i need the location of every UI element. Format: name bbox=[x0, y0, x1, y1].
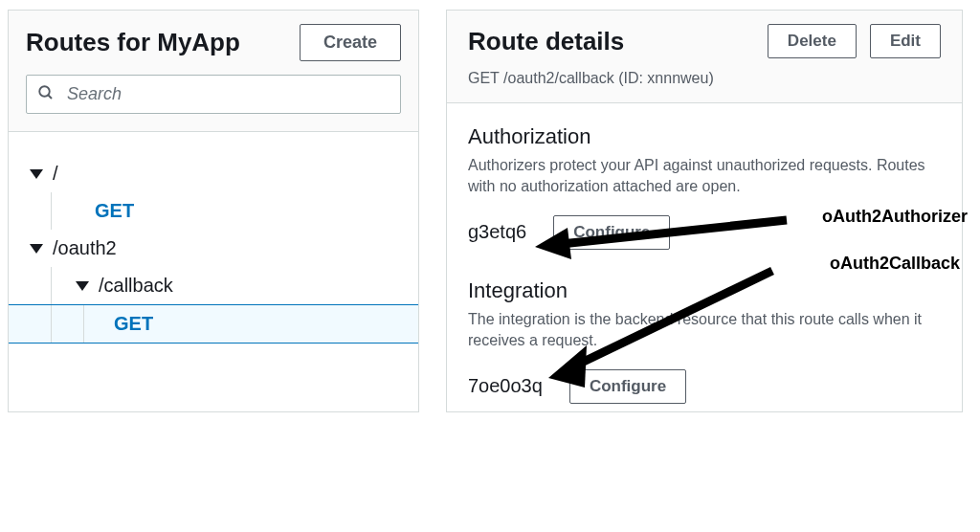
route-oauth2[interactable]: /oauth2 bbox=[9, 230, 418, 267]
integration-id: 7oe0o3q bbox=[468, 375, 543, 397]
authorization-section: Authorization Authorizers protect your A… bbox=[447, 103, 962, 257]
delete-button[interactable]: Delete bbox=[768, 24, 857, 58]
authorization-desc: Authorizers protect your API against una… bbox=[468, 155, 941, 198]
authorization-id: g3etq6 bbox=[468, 221, 526, 243]
integration-desc: The integration is the backend resource … bbox=[468, 309, 941, 352]
caret-down-icon bbox=[30, 244, 43, 254]
configure-integration-button[interactable]: Configure bbox=[569, 369, 686, 404]
annotation-callback-label: oAuth2Callback bbox=[830, 254, 960, 274]
route-callback-get[interactable]: GET bbox=[9, 304, 418, 344]
svg-line-1 bbox=[48, 95, 52, 99]
route-label: /oauth2 bbox=[53, 237, 117, 259]
routes-title: Routes for MyApp bbox=[26, 28, 240, 57]
create-button[interactable]: Create bbox=[300, 24, 401, 61]
caret-down-icon bbox=[76, 281, 89, 291]
method-label: GET bbox=[114, 313, 153, 335]
routes-header: Routes for MyApp Create bbox=[9, 11, 418, 132]
integration-section: Integration The integration is the backe… bbox=[447, 257, 962, 411]
route-callback[interactable]: /callback bbox=[9, 267, 418, 304]
annotation-authorizer-label: oAuth2Authorizer bbox=[822, 207, 968, 227]
route-root-get[interactable]: GET bbox=[9, 192, 418, 230]
route-details-header: Route details Delete Edit GET /oauth2/ca… bbox=[447, 11, 962, 103]
svg-point-0 bbox=[39, 86, 50, 97]
configure-authorization-button[interactable]: Configure bbox=[553, 215, 670, 250]
route-label: / bbox=[53, 163, 58, 185]
routes-tree: / GET /oauth2 /callback GET bbox=[9, 132, 418, 372]
search-icon bbox=[37, 84, 55, 105]
authorization-heading: Authorization bbox=[468, 124, 941, 149]
route-details-panel: Route details Delete Edit GET /oauth2/ca… bbox=[446, 10, 963, 412]
route-label: /callback bbox=[99, 275, 173, 297]
routes-panel: Routes for MyApp Create / GET /oauth bbox=[8, 10, 419, 412]
app-container: Routes for MyApp Create / GET /oauth bbox=[0, 0, 980, 422]
edit-button[interactable]: Edit bbox=[870, 24, 941, 58]
search-input[interactable] bbox=[26, 75, 401, 114]
route-root[interactable]: / bbox=[9, 155, 418, 192]
caret-down-icon bbox=[30, 169, 43, 179]
integration-heading: Integration bbox=[468, 278, 941, 303]
route-subtitle: GET /oauth2/callback (ID: xnnnweu) bbox=[468, 70, 941, 87]
route-details-title: Route details bbox=[468, 27, 754, 56]
method-label: GET bbox=[95, 200, 134, 222]
